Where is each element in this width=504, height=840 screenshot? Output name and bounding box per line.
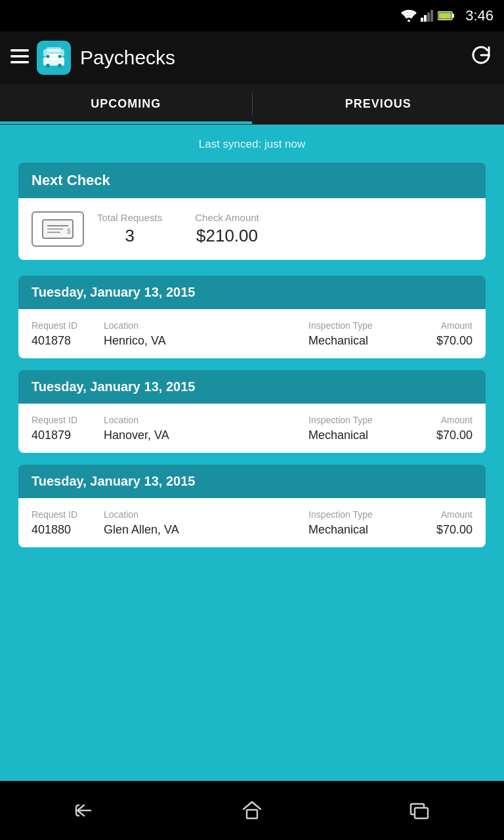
date-text-0: Tuesday, January 13, 2015: [32, 285, 195, 299]
home-button[interactable]: [232, 791, 272, 830]
labels-row-1: Request ID Location Inspection Type Amou…: [32, 414, 472, 426]
date-header-0: Tuesday, January 13, 2015: [18, 276, 486, 309]
svg-rect-9: [10, 49, 29, 52]
amount-value-2: $70.00: [436, 523, 472, 536]
location-label-1: Location: [104, 415, 138, 425]
request-id-value-0: 401878: [32, 334, 71, 347]
total-requests-stat: Total Requests 3: [97, 212, 162, 246]
svg-rect-6: [452, 14, 454, 18]
inspection-type-label-2: Inspection Type: [308, 509, 373, 520]
labels-row-2: Request ID Location Inspection Type Amou…: [32, 509, 472, 520]
svg-text:⚡: ⚡: [442, 13, 448, 20]
svg-point-19: [58, 55, 62, 58]
svg-rect-1: [421, 18, 423, 22]
values-row-1: 401879 Hanover, VA Mechanical $70.00: [32, 429, 472, 442]
app-header: Paychecks: [0, 32, 504, 84]
inspection-sections: Tuesday, January 13, 2015 Request ID Loc…: [18, 276, 486, 547]
tab-previous[interactable]: PREVIOUS: [253, 84, 505, 124]
svg-rect-25: [247, 810, 257, 818]
status-bar: ⚡ 3:46: [0, 0, 504, 32]
request-id-value-2: 401880: [32, 523, 71, 536]
recents-button[interactable]: [400, 791, 440, 830]
svg-rect-2: [424, 15, 427, 22]
inspection-type-value-0: Mechanical: [308, 334, 368, 347]
svg-text:$: $: [67, 228, 71, 235]
check-amount-value: $210.00: [196, 226, 258, 246]
inspection-type-value-1: Mechanical: [308, 429, 368, 442]
inspection-type-label-1: Inspection Type: [308, 415, 373, 425]
values-row-0: 401878 Henrico, VA Mechanical $70.00: [32, 334, 472, 348]
check-stats: Total Requests 3 Check Amount $210.00: [97, 212, 259, 246]
inspection-type-label-0: Inspection Type: [308, 320, 373, 331]
svg-point-0: [408, 20, 410, 22]
next-check-title: Next Check: [32, 172, 110, 188]
request-id-label-2: Request ID: [32, 509, 77, 520]
total-requests-label: Total Requests: [97, 212, 162, 223]
values-row-2: 401880 Glen Allen, VA Mechanical $70.00: [32, 523, 472, 537]
location-value-0: Henrico, VA: [104, 334, 166, 347]
date-text-2: Tuesday, January 13, 2015: [32, 474, 195, 488]
next-check-header: Next Check: [18, 163, 486, 198]
next-check-section: Next Check $ Total Requests 3 Check Amou: [18, 163, 486, 260]
refresh-button[interactable]: [469, 43, 494, 73]
inspection-section-0: Tuesday, January 13, 2015 Request ID Loc…: [18, 276, 486, 358]
svg-point-15: [58, 64, 62, 68]
next-check-body: $ Total Requests 3 Check Amount $210.00: [18, 198, 486, 260]
svg-rect-11: [10, 61, 29, 64]
request-id-label-1: Request ID: [32, 415, 77, 425]
date-header-1: Tuesday, January 13, 2015: [18, 370, 486, 404]
amount-label-1: Amount: [441, 415, 472, 425]
svg-rect-17: [47, 47, 61, 52]
inspection-type-value-2: Mechanical: [308, 523, 368, 536]
tab-upcoming[interactable]: UPCOMING: [0, 84, 252, 124]
back-button[interactable]: [64, 791, 104, 830]
wifi-icon: [401, 10, 417, 22]
amount-value-1: $70.00: [436, 429, 472, 442]
request-id-label-0: Request ID: [32, 320, 77, 331]
signal-icon: [421, 10, 434, 22]
hamburger-icon[interactable]: [10, 48, 29, 68]
amount-label-2: Amount: [441, 509, 472, 520]
location-value-2: Glen Allen, VA: [104, 523, 179, 536]
bottom-nav: [0, 781, 504, 840]
tabs: UPCOMING PREVIOUS: [0, 84, 504, 125]
svg-rect-10: [10, 55, 29, 58]
location-label-0: Location: [104, 320, 138, 331]
request-id-value-1: 401879: [32, 429, 71, 442]
sync-status: Last synced: just now: [18, 138, 486, 151]
svg-rect-4: [430, 10, 433, 22]
date-header-2: Tuesday, January 13, 2015: [18, 465, 486, 498]
inspection-section-2: Tuesday, January 13, 2015 Request ID Loc…: [18, 465, 486, 547]
location-value-1: Hanover, VA: [104, 429, 169, 442]
status-icons: ⚡: [401, 10, 455, 22]
status-time: 3:46: [465, 7, 494, 24]
check-amount-stat: Check Amount $210.00: [195, 212, 259, 246]
amount-value-0: $70.00: [436, 334, 472, 347]
svg-rect-27: [415, 808, 428, 818]
inspection-card-2[interactable]: Request ID Location Inspection Type Amou…: [18, 498, 486, 547]
check-amount-label: Check Amount: [195, 212, 259, 223]
app-title: Paychecks: [80, 47, 469, 69]
date-text-1: Tuesday, January 13, 2015: [32, 379, 195, 394]
app-logo: [37, 41, 71, 75]
svg-point-14: [46, 64, 50, 68]
inspection-section-1: Tuesday, January 13, 2015 Request ID Loc…: [18, 370, 486, 453]
total-requests-value: 3: [125, 226, 134, 246]
inspection-card-1[interactable]: Request ID Location Inspection Type Amou…: [18, 404, 486, 453]
location-label-2: Location: [104, 509, 138, 520]
svg-point-18: [47, 55, 50, 58]
inspection-card-0[interactable]: Request ID Location Inspection Type Amou…: [18, 309, 486, 358]
svg-rect-3: [427, 12, 430, 22]
amount-label-0: Amount: [441, 320, 472, 331]
battery-icon: ⚡: [438, 10, 455, 21]
check-icon: $: [32, 211, 84, 247]
main-content: Last synced: just now Next Check $ Total…: [0, 125, 504, 781]
labels-row-0: Request ID Location Inspection Type Amou…: [32, 320, 472, 331]
